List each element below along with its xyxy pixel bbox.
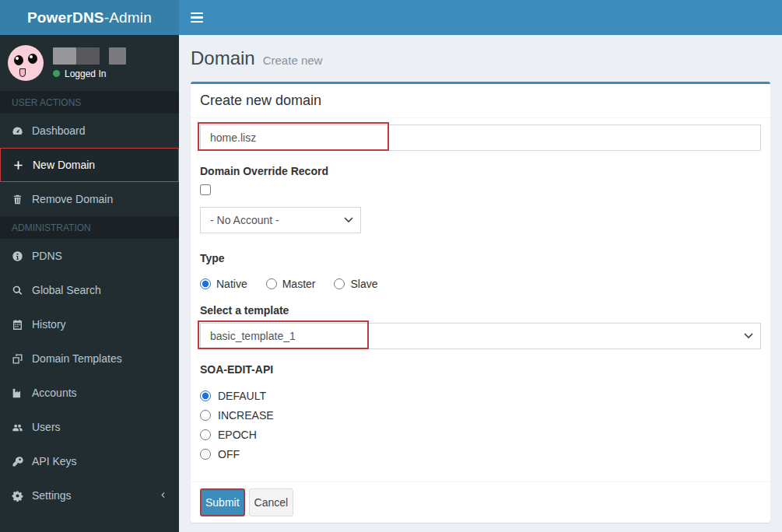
type-radio-native[interactable] — [200, 278, 211, 289]
sidebar-item-label: New Domain — [33, 159, 95, 171]
domain-override-checkbox[interactable] — [200, 184, 211, 195]
hamburger-icon — [191, 12, 203, 15]
page-title: Domain — [191, 47, 255, 70]
type-option-native[interactable]: Native — [200, 278, 247, 290]
sidebar-item-global-search[interactable]: Global Search — [0, 273, 179, 307]
sidebar: Logged In USER ACTIONS Dashboard New Dom… — [0, 35, 179, 532]
sidebar-item-label: Global Search — [32, 284, 101, 296]
info-circle-icon — [12, 250, 23, 262]
trash-icon — [12, 194, 23, 205]
sidebar-section-administration: ADMINISTRATION — [0, 216, 179, 239]
sidebar-item-label: PDNS — [32, 250, 62, 262]
type-radio-slave[interactable] — [334, 278, 345, 289]
sidebar-item-settings[interactable]: Settings — [0, 478, 179, 513]
sidebar-item-accounts[interactable]: Accounts — [0, 376, 179, 410]
content-header: Domain Create new — [179, 35, 782, 82]
calendar-icon — [12, 319, 23, 331]
sidebar-item-label: Settings — [32, 489, 150, 502]
logo-text-bold: PowerDNS — [27, 9, 104, 26]
app-logo[interactable]: PowerDNS-Admin — [0, 0, 179, 35]
online-status-icon — [53, 70, 60, 77]
domain-override-label: Domain Override Record — [200, 165, 761, 177]
soa-edit-api-label: SOA-EDIT-API — [200, 363, 761, 376]
domain-name-input[interactable] — [200, 124, 761, 151]
industry-icon — [12, 387, 23, 399]
users-icon — [12, 422, 23, 433]
type-radio-group: Native Master Slave — [200, 278, 761, 290]
create-domain-panel: Create new domain Domain Override Record… — [191, 82, 770, 523]
search-icon — [12, 285, 23, 296]
page-subtitle: Create new — [263, 49, 323, 72]
sidebar-item-history[interactable]: History — [0, 307, 179, 341]
sidebar-item-new-domain[interactable]: New Domain — [0, 148, 179, 182]
soa-option-epoch[interactable]: EPOCH — [200, 429, 761, 441]
clone-icon — [12, 353, 23, 365]
template-select[interactable]: basic_template_1 — [200, 323, 761, 349]
soa-radio-increase[interactable] — [200, 410, 211, 421]
soa-radio-off[interactable] — [200, 449, 211, 460]
sidebar-item-api-keys[interactable]: API Keys — [0, 444, 179, 478]
sidebar-item-label: API Keys — [32, 455, 77, 467]
panel-title: Create new domain — [191, 84, 770, 118]
type-option-master[interactable]: Master — [266, 278, 316, 290]
soa-option-default[interactable]: DEFAULT — [200, 390, 761, 402]
key-icon — [12, 456, 23, 467]
plus-icon — [12, 159, 24, 171]
type-radio-master[interactable] — [266, 278, 277, 289]
cancel-button[interactable]: Cancel — [249, 488, 294, 516]
soa-radio-epoch[interactable] — [200, 429, 211, 440]
soa-radio-default[interactable] — [200, 390, 211, 401]
sidebar-section-user-actions: USER ACTIONS — [0, 91, 179, 114]
chevron-left-icon — [159, 489, 167, 502]
sidebar-item-remove-domain[interactable]: Remove Domain — [0, 182, 179, 216]
account-select[interactable]: - No Account - — [200, 207, 361, 233]
soa-option-off[interactable]: OFF — [200, 448, 761, 460]
top-navbar — [179, 0, 782, 35]
redacted-username — [53, 47, 126, 65]
dashboard-icon — [12, 125, 23, 137]
sidebar-item-label: Accounts — [32, 387, 77, 399]
sidebar-item-pdns[interactable]: PDNS — [0, 239, 179, 273]
main-content: Domain Create new Create new domain Doma… — [179, 35, 782, 532]
submit-button[interactable]: Submit — [200, 488, 245, 516]
soa-option-increase[interactable]: INCREASE — [200, 409, 761, 422]
sidebar-item-label: Remove Domain — [32, 193, 113, 205]
logo-text-light: -Admin — [104, 9, 152, 26]
sidebar-item-label: History — [32, 318, 66, 331]
type-label: Type — [200, 252, 761, 264]
sidebar-item-users[interactable]: Users — [0, 410, 179, 444]
soa-radio-group: DEFAULT INCREASE EPOCH OFF — [200, 390, 761, 460]
sidebar-item-label: Domain Templates — [32, 352, 122, 365]
sidebar-item-label: Users — [32, 421, 61, 433]
type-option-slave[interactable]: Slave — [334, 278, 377, 290]
gear-icon — [12, 490, 23, 502]
sidebar-item-dashboard[interactable]: Dashboard — [0, 114, 179, 148]
user-avatar — [8, 45, 44, 81]
template-label: Select a template — [200, 304, 761, 317]
powerdns-admin-app: PowerDNS-Admin Logged In USER — [0, 0, 782, 532]
sidebar-item-domain-templates[interactable]: Domain Templates — [0, 341, 179, 376]
sidebar-item-label: Dashboard — [32, 124, 86, 137]
sidebar-toggle-button[interactable] — [179, 0, 214, 35]
login-status-label: Logged In — [65, 68, 106, 79]
user-panel: Logged In — [0, 35, 179, 91]
